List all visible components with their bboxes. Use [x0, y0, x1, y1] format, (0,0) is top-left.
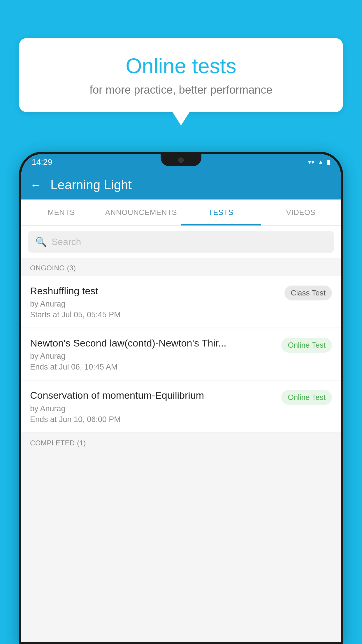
item-title: Newton's Second law(contd)-Newton's Thir… — [30, 337, 275, 349]
phone-screen: 14:29 ▾▾ ▲ ▮ ← Learning Light MENTS ANNO… — [21, 154, 341, 642]
class-test-badge: Class Test — [284, 286, 332, 300]
item-date: Ends at Jul 06, 10:45 AM — [30, 363, 275, 372]
item-author: by Anurag — [30, 300, 279, 309]
completed-section-header: COMPLETED (1) — [21, 433, 341, 451]
bubble-title: Online tests — [36, 54, 326, 78]
speech-bubble-container: Online tests for more practice, better p… — [19, 38, 343, 112]
list-item[interactable]: Conservation of momentum-Equilibrium by … — [21, 381, 341, 432]
tab-videos[interactable]: VIDEOS — [261, 200, 341, 225]
notch — [161, 154, 201, 166]
online-test-badge: Online Test — [281, 390, 332, 405]
bubble-subtitle: for more practice, better performance — [36, 84, 326, 96]
list-item[interactable]: Newton's Second law(contd)-Newton's Thir… — [21, 328, 341, 380]
status-icons: ▾▾ ▲ ▮ — [308, 158, 330, 166]
online-test-badge: Online Test — [281, 338, 332, 353]
list-item[interactable]: Reshuffling test by Anurag Starts at Jul… — [21, 276, 341, 328]
search-placeholder: Search — [52, 237, 81, 247]
app-header: ← Learning Light — [21, 170, 341, 200]
item-date: Starts at Jul 05, 05:45 PM — [30, 310, 279, 319]
item-content: Newton's Second law(contd)-Newton's Thir… — [30, 337, 281, 372]
item-content: Reshuffling test by Anurag Starts at Jul… — [30, 284, 284, 319]
app-title: Learning Light — [50, 178, 132, 192]
search-container: 🔍 Search — [21, 226, 341, 258]
search-bar[interactable]: 🔍 Search — [28, 231, 334, 253]
status-bar: 14:29 ▾▾ ▲ ▮ — [21, 154, 341, 170]
ongoing-section-header: ONGOING (3) — [21, 258, 341, 276]
tab-ments[interactable]: MENTS — [21, 200, 101, 225]
item-author: by Anurag — [30, 352, 275, 361]
speech-bubble: Online tests for more practice, better p… — [19, 38, 343, 112]
status-time: 14:29 — [32, 158, 52, 167]
tabs-bar: MENTS ANNOUNCEMENTS TESTS VIDEOS — [21, 200, 341, 226]
tab-tests[interactable]: TESTS — [181, 200, 261, 225]
tab-announcements[interactable]: ANNOUNCEMENTS — [101, 200, 181, 225]
search-icon: 🔍 — [35, 236, 47, 247]
signal-icon: ▲ — [317, 158, 324, 166]
list-content: ONGOING (3) Reshuffling test by Anurag S… — [21, 258, 341, 642]
item-content: Conservation of momentum-Equilibrium by … — [30, 389, 281, 424]
wifi-icon: ▾▾ — [308, 158, 314, 166]
phone-frame: 14:29 ▾▾ ▲ ▮ ← Learning Light MENTS ANNO… — [19, 152, 343, 644]
item-title: Conservation of momentum-Equilibrium — [30, 389, 275, 402]
item-title: Reshuffling test — [30, 284, 279, 297]
back-button[interactable]: ← — [30, 178, 42, 192]
item-date: Ends at Jun 10, 06:00 PM — [30, 415, 275, 424]
camera-dot — [178, 158, 184, 163]
battery-icon: ▮ — [327, 158, 330, 166]
item-author: by Anurag — [30, 404, 275, 413]
